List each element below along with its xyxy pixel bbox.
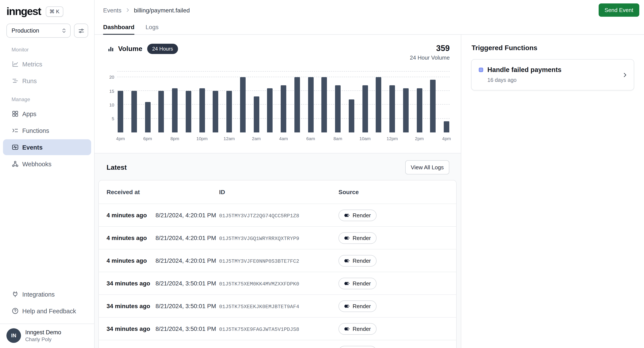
sidebar-item-help-and-feedback[interactable]: Help and Feedback — [3, 303, 91, 319]
volume-bar — [226, 91, 232, 132]
source-badge[interactable]: Render — [338, 346, 376, 348]
column-source: Source — [338, 189, 448, 196]
send-event-button[interactable]: Send Event — [599, 4, 639, 17]
source-name: Render — [352, 212, 371, 218]
render-logo-icon — [344, 280, 350, 286]
help-icon — [12, 307, 19, 314]
apps-icon — [12, 110, 19, 117]
sidebar-item-webhooks[interactable]: Webhooks — [3, 156, 91, 172]
view-all-logs-button[interactable]: View All Logs — [405, 160, 449, 175]
sidebar-item-label: Functions — [22, 127, 49, 134]
sidebar-item-functions[interactable]: Functions — [3, 123, 91, 138]
event-id: 01J5TMY3VJFE0NNP0S3BTE7FC2 — [219, 258, 299, 264]
triggered-functions-panel: Triggered Functions Handle failed paymen… — [461, 35, 644, 348]
event-id: 01J5TMY3VJTZ2QG74QCC5RP1Z8 — [219, 213, 299, 219]
sidebar-item-label: Events — [22, 144, 42, 151]
event-relative-time: 4 minutes ago — [106, 212, 147, 219]
volume-bar — [186, 91, 191, 132]
source-badge[interactable]: Render — [338, 323, 376, 334]
integrations-icon — [12, 291, 19, 298]
event-row[interactable]: 4 minutes ago 8/21/2024, 4:20:01 PM 01J5… — [99, 226, 456, 249]
volume-bar — [362, 86, 368, 132]
event-row[interactable]: about 1 hour ago 8/21/2024, 3:20:01 PM 0… — [99, 340, 456, 348]
sidebar-item-apps[interactable]: Apps — [3, 106, 91, 122]
sidebar-item-events[interactable]: Events — [3, 139, 91, 155]
events-table-header: Received at ID Source — [99, 181, 456, 204]
volume-section: Volume 24 Hours 359 24 Hour Volume 51015… — [94, 35, 461, 153]
sidebar-item-label: Help and Feedback — [22, 307, 76, 314]
user-subtitle: Charly Poly — [25, 336, 61, 342]
tab-bar: Dashboard Logs — [94, 20, 644, 35]
time-range-badge[interactable]: 24 Hours — [147, 44, 178, 54]
volume-bar — [281, 86, 286, 132]
render-logo-icon — [344, 258, 350, 263]
volume-bar — [416, 88, 422, 132]
sidebar-item-label: Integrations — [22, 291, 55, 298]
event-row[interactable]: 4 minutes ago 8/21/2024, 4:20:01 PM 01J5… — [99, 204, 456, 226]
volume-bar — [158, 91, 164, 132]
event-row[interactable]: 34 minutes ago 8/21/2024, 3:50:01 PM 01J… — [99, 294, 456, 317]
source-badge[interactable]: Render — [338, 277, 376, 289]
tab-dashboard[interactable]: Dashboard — [103, 20, 134, 35]
sidebar-item-metrics[interactable]: Metrics — [3, 56, 91, 72]
event-timestamp: 8/21/2024, 3:50:01 PM — [156, 280, 216, 287]
sidebar-item-label: Webhooks — [22, 160, 52, 167]
volume-bar — [240, 77, 246, 132]
event-timestamp: 8/21/2024, 4:20:01 PM — [156, 212, 216, 219]
volume-title: Volume — [118, 45, 142, 53]
volume-bar — [335, 86, 340, 132]
inngest-logo[interactable]: inngest — [6, 6, 41, 17]
chart-y-axis: 5101520 — [108, 72, 114, 132]
volume-bar — [294, 77, 300, 132]
section-label-monitor: Monitor — [0, 39, 94, 56]
chevron-up-down-icon — [61, 28, 67, 34]
breadcrumb: Events billing/payment.failed — [103, 7, 190, 14]
render-logo-icon — [344, 235, 350, 241]
metrics-icon — [12, 60, 19, 68]
sliders-icon — [78, 27, 84, 34]
topbar: Events billing/payment.failed Send Event — [94, 0, 644, 20]
volume-bar — [213, 91, 218, 132]
breadcrumb-current: billing/payment.failed — [134, 7, 190, 14]
environment-settings-button[interactable] — [74, 24, 88, 38]
events-icon — [12, 143, 19, 151]
volume-total: 359 — [410, 44, 450, 53]
breadcrumb-events-link[interactable]: Events — [103, 7, 122, 14]
environment-selector[interactable]: Production — [6, 24, 70, 38]
user-menu[interactable]: IN Inngest Demo Charly Poly — [0, 323, 94, 348]
event-timestamp: 8/21/2024, 4:20:01 PM — [156, 234, 216, 241]
tab-logs[interactable]: Logs — [146, 20, 158, 35]
volume-bar — [254, 96, 259, 132]
volume-bar — [308, 77, 314, 132]
event-row[interactable]: 34 minutes ago 8/21/2024, 3:50:01 PM 01J… — [99, 272, 456, 294]
volume-bar — [322, 77, 327, 132]
source-badge[interactable]: Render — [338, 209, 376, 221]
sidebar-item-integrations[interactable]: Integrations — [3, 286, 91, 302]
event-row[interactable]: 34 minutes ago 8/21/2024, 3:50:01 PM 01J… — [99, 317, 456, 340]
event-row[interactable]: 4 minutes ago 8/21/2024, 4:20:01 PM 01J5… — [99, 249, 456, 272]
sidebar-item-label: Apps — [22, 110, 36, 117]
source-name: Render — [352, 235, 371, 241]
event-relative-time: 4 minutes ago — [106, 234, 147, 241]
event-id: 01J5TK75XEM0KK4MVMZXXFDPK0 — [219, 281, 299, 287]
event-relative-time: 34 minutes ago — [106, 280, 150, 287]
column-id: ID — [219, 189, 338, 196]
function-meta: 16 days ago — [488, 77, 616, 83]
event-relative-time: 34 minutes ago — [106, 303, 150, 309]
runs-icon — [12, 77, 19, 84]
source-name: Render — [352, 303, 371, 309]
source-badge[interactable]: Render — [338, 232, 376, 244]
function-card[interactable]: Handle failed payments 16 days ago — [471, 59, 634, 90]
sidebar-item-label: Metrics — [22, 61, 42, 68]
inngest-dashboard: inngest ⌘ K Production Monitor Metrics R… — [0, 0, 644, 348]
command-k-shortcut[interactable]: ⌘ K — [46, 6, 63, 17]
source-badge[interactable]: Render — [338, 255, 376, 266]
render-logo-icon — [344, 303, 350, 309]
source-name: Render — [352, 280, 371, 286]
source-badge[interactable]: Render — [338, 300, 376, 312]
volume-bar — [131, 91, 137, 132]
webhooks-icon — [12, 160, 19, 167]
sidebar-item-runs[interactable]: Runs — [3, 73, 91, 89]
event-timestamp: 8/21/2024, 4:20:01 PM — [156, 257, 216, 264]
chevron-right-icon — [125, 7, 130, 13]
